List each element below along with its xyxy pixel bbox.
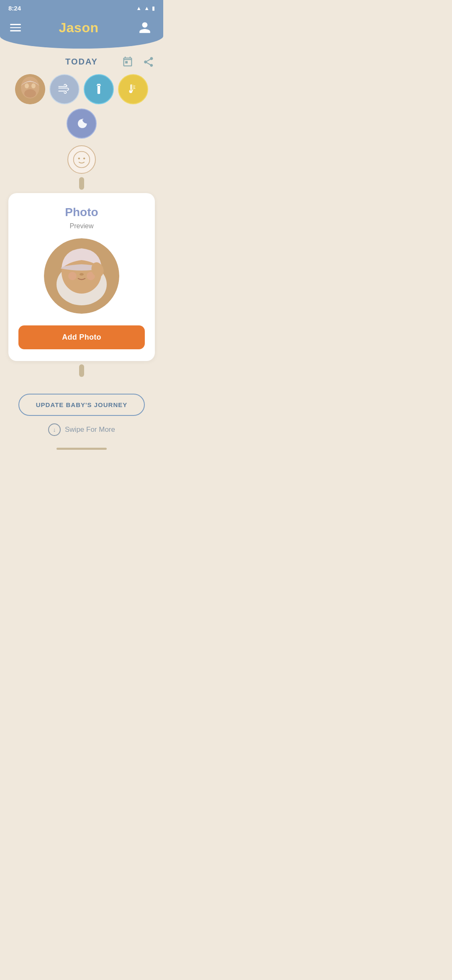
add-photo-button[interactable]: Add Photo (18, 325, 145, 349)
photo-card: Photo Preview (8, 193, 155, 361)
timeline-connector-bottom (7, 364, 157, 377)
share-button[interactable] (141, 54, 157, 70)
photo-card-title: Photo (18, 206, 145, 219)
svg-point-3 (31, 83, 36, 88)
menu-button[interactable] (10, 24, 21, 31)
activity-bottle-circle[interactable] (84, 74, 114, 104)
svg-point-11 (83, 157, 85, 159)
photo-card-subtitle: Preview (18, 222, 145, 230)
activity-photo-circle[interactable] (15, 74, 45, 104)
bottle-icon (92, 83, 105, 96)
baby-face-icon (72, 150, 91, 169)
svg-point-2 (25, 83, 29, 88)
photo-preview-circle (44, 238, 119, 314)
today-actions (120, 54, 157, 70)
baby-face-row (7, 145, 157, 174)
svg-point-12 (74, 152, 90, 168)
sleep-icon: Z z (74, 116, 89, 131)
activity-row: Z z (7, 74, 157, 139)
svg-text:z: z (82, 118, 84, 120)
bottom-section: UPDATE BABY'S JOURNEY ↓ Swipe For More (0, 387, 163, 443)
status-icons: ▲ ▲ ▮ (136, 5, 155, 11)
status-bar: 8:24 ▲ ▲ ▮ (0, 0, 163, 15)
battery-icon: ▮ (152, 5, 155, 11)
svg-point-10 (78, 157, 80, 159)
header-title: Jason (59, 20, 99, 36)
temperature-icon (126, 83, 140, 96)
profile-icon (138, 21, 152, 34)
activity-sleep-circle[interactable]: Z z (67, 108, 97, 139)
activity-temp-circle[interactable] (118, 74, 148, 104)
profile-button[interactable] (136, 19, 153, 36)
calendar-button[interactable] (120, 54, 136, 70)
photo-preview-container (18, 238, 145, 314)
timeline-connector-top (7, 177, 157, 190)
svg-point-4 (24, 89, 36, 98)
baby-face-button[interactable] (67, 145, 96, 174)
svg-rect-6 (98, 88, 100, 89)
wind-icon (57, 82, 72, 97)
share-icon (143, 56, 154, 68)
baby-preview-image (44, 238, 119, 314)
swipe-more-label: Swipe For More (65, 426, 115, 434)
today-row: TODAY (7, 57, 157, 67)
swipe-more[interactable]: ↓ Swipe For More (48, 423, 115, 436)
main-content: TODAY (0, 49, 163, 387)
header: Jason (0, 15, 163, 49)
svg-point-16 (80, 273, 84, 276)
update-journey-button[interactable]: UPDATE BABY'S JOURNEY (18, 394, 145, 416)
today-label: TODAY (65, 57, 98, 67)
signal-icon: ▲ (144, 5, 149, 11)
calendar-icon (122, 56, 134, 68)
activity-wind-circle[interactable] (49, 74, 80, 104)
home-indicator-bar (56, 448, 107, 450)
svg-point-17 (68, 272, 77, 280)
svg-rect-5 (98, 87, 100, 88)
home-indicator (0, 443, 163, 453)
status-time: 8:24 (8, 5, 21, 12)
baby-photo-thumbnail (15, 74, 45, 104)
swipe-down-icon: ↓ (48, 423, 61, 436)
wifi-icon: ▲ (136, 5, 141, 11)
